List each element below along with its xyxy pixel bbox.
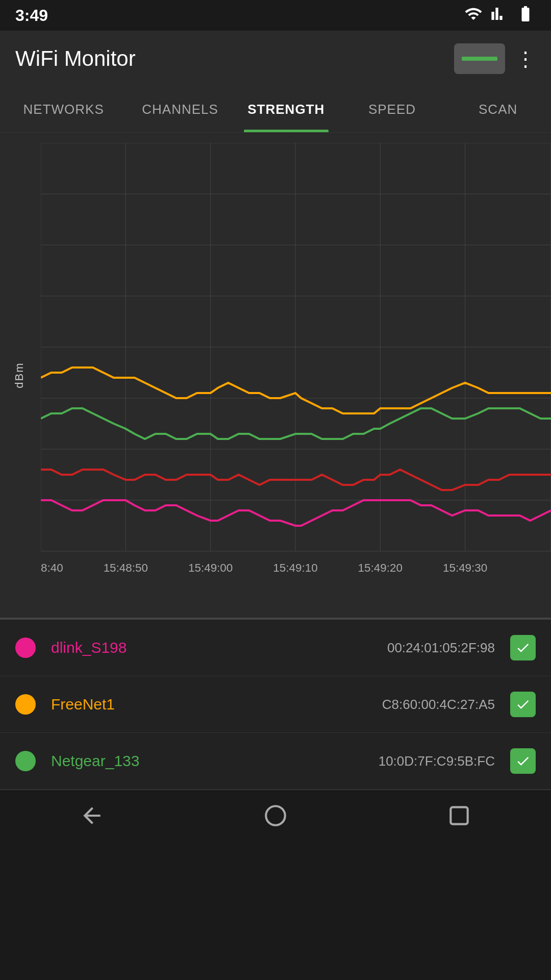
- signal-icon: [491, 5, 507, 27]
- app-bar-actions: ⋮: [454, 43, 536, 74]
- tab-channels[interactable]: CHANNELS: [127, 87, 233, 132]
- svg-rect-32: [450, 807, 467, 824]
- netgear133-line: [41, 408, 551, 439]
- list-item: dlink_S198 00:24:01:05:2F:98: [0, 620, 551, 676]
- tabs-container: NETWORKS CHANNELS STRENGTH SPEED SCAN: [0, 87, 551, 133]
- network-list: dlink_S198 00:24:01:05:2F:98 FreeNet1 C8…: [0, 620, 551, 790]
- check-icon: [515, 753, 531, 769]
- svg-text:15:49:10: 15:49:10: [273, 561, 317, 574]
- svg-point-31: [266, 806, 285, 825]
- back-icon: [79, 803, 105, 828]
- app-bar: WiFi Monitor ⋮: [0, 31, 551, 87]
- back-button[interactable]: [79, 803, 105, 828]
- list-item: Netgear_133 10:0D:7F:C9:5B:FC: [0, 733, 551, 790]
- network-color-dot: [15, 694, 36, 715]
- battery-icon: [515, 5, 536, 27]
- more-options-button[interactable]: ⋮: [515, 48, 536, 69]
- freenet1-line: [41, 368, 551, 413]
- tab-networks[interactable]: NETWORKS: [0, 87, 127, 132]
- network-name: FreeNet1: [51, 696, 382, 713]
- svg-text:15:49:00: 15:49:00: [188, 561, 233, 574]
- chart-svg: -20 -30 -40 -50 -60 -70 -80 -90 -100: [41, 143, 551, 587]
- status-bar: 3:49: [0, 0, 551, 31]
- bottom-navigation: [0, 790, 551, 841]
- svg-text:15:49:30: 15:49:30: [443, 561, 487, 574]
- svg-text:15:49:20: 15:49:20: [358, 561, 403, 574]
- chart-y-axis-label: dBm: [13, 362, 26, 388]
- home-button[interactable]: [263, 803, 288, 828]
- check-icon: [515, 697, 531, 712]
- network-checkbox[interactable]: [510, 692, 536, 717]
- dlink-line-red: [41, 470, 551, 490]
- network-color-dot: [15, 751, 36, 771]
- tab-strength[interactable]: STRENGTH: [233, 87, 339, 132]
- chart-inner: -20 -30 -40 -50 -60 -70 -80 -90 -100: [41, 143, 551, 587]
- wifi-icon: [464, 5, 483, 27]
- status-icons: [464, 5, 536, 27]
- dlink-line-pink: [41, 500, 551, 526]
- check-icon: [515, 640, 531, 655]
- list-item: FreeNet1 C8:60:00:4C:27:A5: [0, 676, 551, 733]
- svg-text:15:48:50: 15:48:50: [104, 561, 148, 574]
- network-name: Netgear_133: [51, 752, 379, 770]
- recents-icon: [446, 803, 472, 828]
- network-color-dot: [15, 638, 36, 658]
- network-name: dlink_S198: [51, 639, 387, 656]
- network-checkbox[interactable]: [510, 748, 536, 774]
- tab-scan[interactable]: SCAN: [445, 87, 551, 132]
- svg-text:15:48:40: 15:48:40: [41, 561, 63, 574]
- status-time: 3:49: [15, 6, 48, 25]
- network-mac: 00:24:01:05:2F:98: [387, 640, 495, 656]
- home-icon: [263, 803, 288, 828]
- recents-button[interactable]: [446, 803, 472, 828]
- network-mac: 10:0D:7F:C9:5B:FC: [379, 753, 495, 769]
- strength-chart: dBm -20 -30 -40 -50 -60 -70 -80: [0, 133, 551, 618]
- network-checkbox[interactable]: [510, 635, 536, 660]
- app-title: WiFi Monitor: [15, 46, 136, 71]
- tab-speed[interactable]: SPEED: [339, 87, 445, 132]
- toolbar-green-bar: [462, 57, 497, 61]
- network-mac: C8:60:00:4C:27:A5: [382, 697, 495, 713]
- toolbar-button[interactable]: [454, 43, 505, 74]
